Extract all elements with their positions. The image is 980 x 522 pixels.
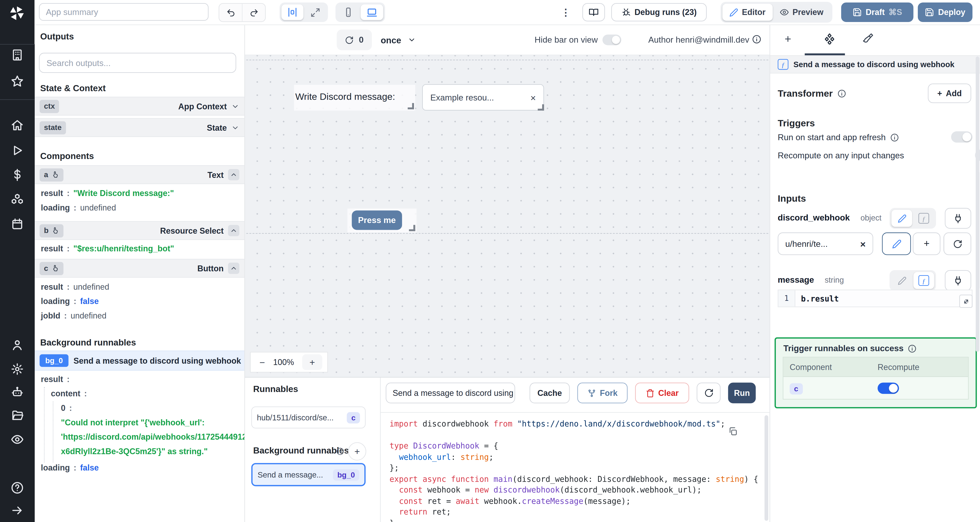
search-outputs-input[interactable] — [39, 53, 236, 73]
resize-handle[interactable] — [408, 103, 414, 109]
edit-resource-button[interactable] — [882, 232, 911, 255]
press-me-button[interactable]: Press me — [352, 210, 402, 230]
fullscreen-layout-button[interactable] — [305, 4, 326, 20]
text-component[interactable]: Write Discord message: — [294, 85, 415, 111]
collapse-button[interactable] — [228, 263, 239, 274]
runnable-item-bg0[interactable]: Send a message... bg_0 — [251, 463, 366, 486]
info-icon[interactable] — [752, 35, 762, 44]
ctx-row[interactable]: ctx App Context — [35, 97, 244, 115]
deploy-button[interactable]: Deploy — [918, 3, 972, 22]
component-b-badge[interactable]: b — [40, 224, 64, 237]
clear-selection-icon[interactable]: × — [530, 92, 536, 103]
bg0-row[interactable]: bg_0 Send a message to discord using web… — [35, 350, 244, 371]
rail-help-icon[interactable] — [11, 481, 24, 494]
redo-button[interactable] — [242, 4, 265, 22]
refresh-resource-button[interactable] — [943, 232, 971, 255]
static-mode-button[interactable] — [891, 210, 912, 227]
panel-scrollbar[interactable] — [976, 56, 980, 352]
info-icon[interactable] — [890, 133, 899, 142]
collapse-button[interactable] — [228, 225, 239, 236]
connect-input-button[interactable] — [945, 208, 971, 229]
code-editor[interactable]: import discordwebhook from "https://deno… — [381, 412, 770, 522]
output-kv[interactable]: jobId:undefined — [35, 311, 244, 321]
state-row[interactable]: state State — [35, 118, 244, 137]
rail-settings-icon[interactable] — [11, 363, 24, 376]
centered-layout-button[interactable] — [282, 4, 304, 20]
rail-collapse-icon[interactable] — [11, 504, 24, 517]
chevron-down-icon[interactable] — [231, 123, 239, 132]
output-error-line[interactable]: "Could not interpret "{'webhook_url': — [35, 418, 244, 427]
windmill-logo-icon[interactable] — [9, 5, 25, 21]
mobile-view-button[interactable] — [337, 4, 360, 20]
hide-bar-toggle[interactable] — [603, 35, 621, 45]
recompute-c-toggle[interactable] — [878, 382, 899, 394]
run-mode-select[interactable]: once — [381, 30, 415, 50]
component-row-a[interactable]: a Text — [35, 165, 244, 184]
tab-styling-icon[interactable] — [862, 33, 874, 44]
chevron-down-icon[interactable] — [231, 102, 239, 110]
rail-resources-icon[interactable] — [11, 193, 24, 206]
output-kv[interactable]: result:undefined — [35, 282, 244, 291]
rail-home-icon[interactable] — [11, 119, 24, 132]
component-row-c[interactable]: c Button — [35, 259, 244, 278]
rail-workers-icon[interactable] — [11, 386, 24, 399]
add-transformer-button[interactable]: +Add — [928, 83, 971, 103]
connect-input-button[interactable] — [945, 270, 971, 291]
output-kv[interactable]: loading:false — [35, 463, 244, 473]
refresh-script-button[interactable] — [697, 382, 721, 403]
output-kv[interactable]: content: — [35, 389, 244, 398]
tab-preview[interactable]: Preview — [772, 4, 830, 21]
static-mode-button[interactable] — [891, 272, 912, 289]
copy-code-icon[interactable] — [728, 427, 738, 436]
component-row-b[interactable]: b Resource Select — [35, 221, 244, 240]
clear-resource-icon[interactable]: × — [860, 239, 865, 249]
add-background-runnable-button[interactable]: + — [348, 442, 366, 460]
cache-button[interactable]: Cache — [530, 382, 570, 403]
create-resource-button[interactable]: + — [913, 232, 940, 255]
rail-workspace-icon[interactable] — [11, 48, 24, 62]
expand-editor-button[interactable] — [959, 295, 972, 308]
collapse-button[interactable] — [228, 169, 239, 180]
output-kv[interactable]: result:"$res:u/henri/testing_bot" — [35, 243, 244, 253]
tab-components-icon[interactable] — [824, 33, 835, 45]
output-error-line[interactable]: x6dRlyll2z1Be-3QC5m25'}" as string." — [35, 447, 244, 456]
clear-button[interactable]: Clear — [635, 382, 689, 403]
run-button[interactable]: Run — [728, 382, 756, 403]
component-a-badge[interactable]: a — [40, 168, 63, 181]
app-canvas[interactable]: Write Discord message: Example resou... … — [245, 55, 770, 377]
output-error-line[interactable]: 'https://discord.com/api/webhooks/117254… — [35, 432, 244, 442]
resource-picker[interactable]: u/henri/te... × — [778, 232, 873, 255]
message-expression-editor[interactable]: 1 b.result — [778, 290, 972, 307]
rail-audit-icon[interactable] — [11, 433, 24, 446]
rail-runs-icon[interactable] — [11, 144, 24, 157]
app-summary-input[interactable] — [39, 3, 209, 21]
resize-handle[interactable] — [409, 225, 415, 231]
output-kv[interactable]: result: — [35, 374, 244, 384]
code-scrollbar[interactable] — [765, 415, 768, 520]
more-menu-button[interactable]: ⋮ — [561, 7, 571, 18]
refresh-count-button[interactable]: 0 — [337, 30, 372, 50]
tab-editor[interactable]: Editor — [722, 4, 772, 21]
output-kv[interactable]: loading:undefined — [35, 203, 244, 212]
rail-favorites-icon[interactable] — [11, 75, 24, 88]
debug-runs-button[interactable]: Debug runs (23) — [611, 3, 706, 21]
resize-handle[interactable] — [538, 104, 544, 111]
rail-users-icon[interactable] — [11, 339, 24, 352]
run-on-start-toggle[interactable] — [951, 131, 972, 143]
draft-button[interactable]: Draft ⌘S — [841, 3, 913, 22]
info-icon[interactable] — [908, 344, 917, 353]
button-component-frame[interactable]: Press me — [347, 208, 417, 232]
runnable-item-c[interactable]: hub/1511/discord/se... c — [251, 407, 366, 428]
undo-button[interactable] — [219, 4, 242, 22]
resource-select-component[interactable]: Example resou... × — [422, 84, 544, 110]
output-kv[interactable]: 0: — [35, 403, 244, 413]
rail-variables-icon[interactable] — [11, 168, 24, 181]
output-kv[interactable]: loading:false — [35, 296, 244, 306]
docs-button[interactable] — [582, 3, 605, 21]
rail-folders-icon[interactable] — [11, 409, 24, 422]
eval-mode-button[interactable]: ƒ — [913, 210, 934, 227]
fork-button[interactable]: Fork — [578, 382, 628, 403]
script-name-button[interactable]: Send a message to discord using — [386, 382, 515, 403]
desktop-view-button[interactable] — [361, 4, 383, 20]
eval-mode-button[interactable]: ƒ — [913, 272, 934, 289]
